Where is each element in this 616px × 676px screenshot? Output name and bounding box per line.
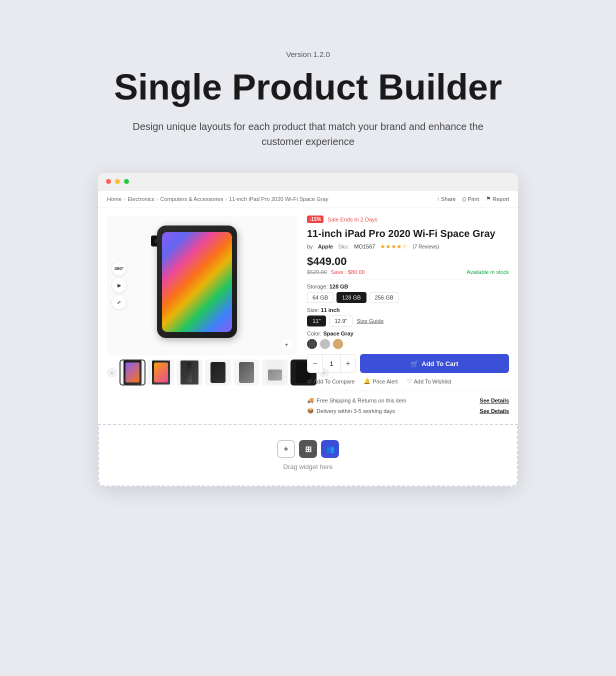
subtitle: Design unique layouts for each product t…	[128, 119, 488, 149]
breadcrumb-home[interactable]: Home	[107, 196, 122, 202]
price-section: $449.00 $529.00 Save : $80.00 Available …	[307, 255, 509, 275]
browser-mockup: Home › Electronics › Computers & Accesso…	[98, 173, 518, 486]
shipping-text-2: Delivery within 3-5 working days	[316, 408, 395, 414]
print-label: Print	[468, 196, 479, 202]
old-price-row: $529.00 Save : $80.00	[307, 269, 365, 275]
print-button[interactable]: ⎙ Print	[462, 196, 479, 202]
storage-128gb[interactable]: 128 GB	[336, 292, 366, 303]
product-info: -15% Sale Ends In 2 Days 11-inch iPad Pr…	[297, 216, 509, 416]
color-swatch-gold[interactable]	[333, 339, 343, 349]
compare-icon: ⇄	[307, 378, 312, 384]
print-icon: ⎙	[462, 196, 466, 202]
divider-1	[307, 279, 509, 280]
bell-icon: 🔔	[364, 378, 370, 384]
color-swatch-dark[interactable]	[307, 339, 317, 349]
color-section: Color: Space Gray	[307, 330, 509, 349]
main-title: Single Product Builder	[114, 68, 502, 107]
shipping-link-2[interactable]: See Details	[480, 408, 509, 414]
sale-ends-text: Sale Ends In 2 Days	[328, 216, 378, 222]
size-label: Size: 11 inch	[307, 307, 509, 313]
shipping-row-2: 📦 Delivery within 3-5 working days See D…	[307, 406, 509, 416]
ipad-screen	[162, 232, 232, 332]
qty-decrease-button[interactable]: −	[308, 354, 322, 373]
storage-label: Storage: 128 GB	[307, 284, 509, 290]
color-swatches	[307, 339, 509, 349]
shipping-truck-icon: 🚚	[307, 397, 314, 404]
product-images: 360° ▶ ⤢ + ‹	[107, 216, 297, 416]
thumb-2[interactable]	[148, 360, 174, 386]
color-swatch-silver[interactable]	[320, 339, 330, 349]
qty-increase-button[interactable]: +	[340, 354, 356, 373]
widget-grid-button[interactable]: ⊞	[299, 440, 317, 458]
report-button[interactable]: ⚑ Report	[486, 196, 509, 202]
product-page: Home › Electronics › Computers & Accesso…	[98, 190, 518, 486]
thumb-1[interactable]	[120, 360, 146, 386]
stock-status: Available in stock	[466, 269, 509, 275]
shipping-left-2: 📦 Delivery within 3-5 working days	[307, 408, 395, 414]
shipping-left-1: 🚚 Free Shipping & Returns on this item	[307, 397, 406, 404]
storage-256gb[interactable]: 256 GB	[370, 292, 399, 303]
thumb-3[interactable]	[176, 360, 202, 386]
delivery-icon: 📦	[307, 408, 314, 414]
price-alert-label: Price Alert	[372, 378, 398, 384]
thumb-6[interactable]	[262, 360, 288, 386]
zoom-plus-button[interactable]: +	[281, 340, 292, 350]
main-image: 360° ▶ ⤢ +	[107, 216, 297, 356]
sale-badge: -15%	[307, 216, 324, 223]
video-play-button[interactable]: ▶	[112, 278, 126, 292]
by-text: by	[307, 244, 313, 250]
old-price: $529.00	[307, 269, 327, 275]
image-controls: 360° ▶ ⤢	[112, 262, 126, 310]
sku-value: MO1567	[354, 244, 375, 250]
size-guide-link[interactable]: Size Guide	[356, 318, 384, 324]
product-meta: by Apple Sku: MO1567 ★★★★☆ (7 Reviews)	[307, 243, 509, 250]
breadcrumb-sep-2: ›	[156, 196, 158, 202]
widget-area: + ⊞ 👥 Drag widget here	[98, 424, 518, 486]
price-alert-button[interactable]: 🔔 Price Alert	[364, 378, 398, 384]
fullscreen-button[interactable]: ⤢	[112, 296, 126, 310]
breadcrumb-product: 11-inch iPad Pro 2020 Wi-Fi Space Gray	[229, 196, 328, 202]
star-rating: ★★★★☆	[380, 243, 408, 250]
add-to-compare-label: Add To Compare	[314, 378, 354, 384]
dot-red	[106, 179, 111, 184]
size-section: Size: 11 inch 11" 12.9" Size Guide	[307, 307, 509, 326]
thumb-5[interactable]	[234, 360, 260, 386]
360-view-button[interactable]: 360°	[112, 262, 126, 276]
storage-section: Storage: 128 GB 64 GB 128 GB 256 GB	[307, 284, 509, 303]
ipad-body	[157, 226, 237, 338]
qty-value: 1	[322, 354, 340, 373]
share-button[interactable]: ↑ Share	[436, 196, 456, 202]
breadcrumb-computers[interactable]: Computers & Accessories	[160, 196, 223, 202]
product-content: 360° ▶ ⤢ + ‹	[98, 208, 518, 424]
thumb-prev-button[interactable]: ‹	[107, 368, 117, 378]
size-12-9[interactable]: 12.9"	[329, 316, 352, 326]
share-label: Share	[441, 196, 456, 202]
reviews-count[interactable]: (7 Reviews)	[412, 244, 439, 250]
add-to-cart-button[interactable]: 🛒 Add To Cart	[360, 354, 509, 373]
brand-name[interactable]: Apple	[318, 244, 334, 250]
add-to-cart-label: Add To Cart	[422, 360, 458, 368]
breadcrumb-electronics[interactable]: Electronics	[128, 196, 154, 202]
heart-icon: ♡	[407, 378, 412, 384]
add-to-compare-button[interactable]: ⇄ Add To Compare	[307, 378, 354, 384]
sale-badge-row: -15% Sale Ends In 2 Days	[307, 216, 509, 223]
widget-add-button[interactable]: +	[277, 440, 295, 458]
widget-users-button[interactable]: 👥	[321, 440, 339, 458]
storage-64gb[interactable]: 64 GB	[307, 292, 334, 303]
dot-green	[124, 179, 129, 184]
page-wrapper: Version 1.2.0 Single Product Builder Des…	[38, 20, 578, 516]
size-options: 11" 12.9"	[307, 316, 352, 326]
breadcrumb-sep-1: ›	[124, 196, 126, 202]
size-11[interactable]: 11"	[307, 316, 326, 326]
thumb-4[interactable]	[205, 360, 231, 386]
report-label: Report	[492, 196, 509, 202]
breadcrumb-left: Home › Electronics › Computers & Accesso…	[107, 196, 328, 202]
cart-section: − 1 + 🛒 Add To Cart	[307, 354, 509, 373]
add-to-wishlist-button[interactable]: ♡ Add To Wishlist	[407, 378, 452, 384]
save-amount: Save : $80.00	[331, 269, 365, 275]
price-row: $529.00 Save : $80.00 Available in stock	[307, 269, 509, 275]
ipad-illustration	[157, 226, 247, 346]
thumbnail-strip: ‹	[107, 360, 297, 386]
action-links: ⇄ Add To Compare 🔔 Price Alert ♡ Add To …	[307, 378, 509, 384]
shipping-link-1[interactable]: See Details	[480, 398, 509, 404]
